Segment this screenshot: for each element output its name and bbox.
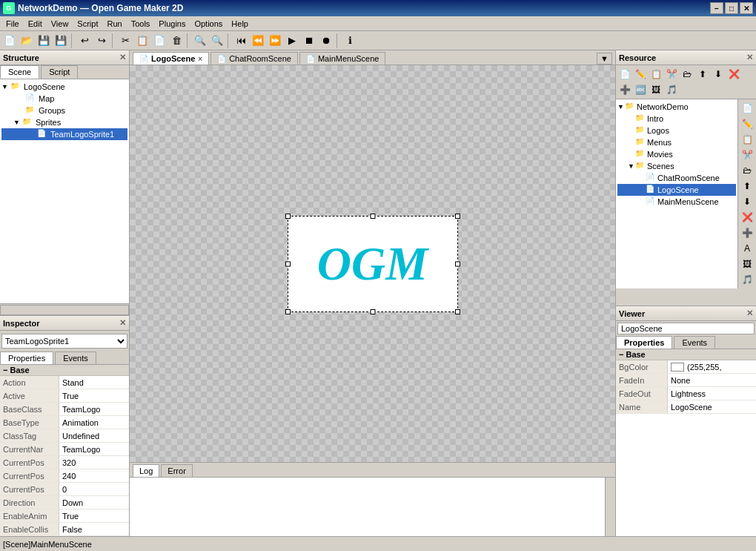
toolbar-save2[interactable]: 💾 bbox=[53, 33, 69, 49]
res-btn-new[interactable]: 📄 bbox=[740, 101, 755, 116]
vprop-value[interactable]: None bbox=[668, 374, 756, 386]
res-btn-down[interactable]: ⬇ bbox=[740, 194, 755, 209]
menu-item-script[interactable]: Script bbox=[73, 17, 102, 30]
res-btn-cut[interactable]: ✂️ bbox=[740, 148, 755, 162]
res-btn-text[interactable]: A bbox=[740, 241, 755, 256]
prop-value[interactable]: 320 bbox=[59, 456, 129, 469]
h-scrollbar[interactable] bbox=[0, 305, 129, 315]
toolbar-step-fwd[interactable]: ⏩ bbox=[267, 33, 283, 49]
res-expand-icon[interactable]: ▼ bbox=[628, 162, 635, 170]
log-scrollbar[interactable] bbox=[605, 478, 615, 536]
res-toolbar-btn-10[interactable]: 🖼 bbox=[649, 82, 663, 97]
res-btn-delete[interactable]: ❌ bbox=[740, 210, 755, 225]
toolbar-info[interactable]: ℹ bbox=[342, 33, 358, 49]
toolbar-paste[interactable]: 📄 bbox=[151, 33, 168, 49]
scene-tab-dropdown[interactable]: ▼ bbox=[597, 53, 612, 65]
toolbar-zoom-in[interactable]: 🔍 bbox=[209, 33, 225, 49]
prop-value[interactable]: True bbox=[59, 509, 129, 522]
prop-value[interactable]: True bbox=[59, 389, 129, 402]
res-btn-image[interactable]: 🖼 bbox=[740, 257, 755, 271]
res-item-mainmenuscene[interactable]: 📄MainMenuScene bbox=[617, 196, 736, 208]
scene-tab-logoscene[interactable]: 📄 LogoScene × bbox=[133, 52, 209, 65]
toolbar-play[interactable]: ▶ bbox=[284, 33, 300, 49]
inspector-close[interactable]: ✕ bbox=[119, 318, 126, 328]
handle-mr[interactable] bbox=[455, 261, 460, 266]
res-toolbar-btn-0[interactable]: 📄 bbox=[617, 67, 632, 82]
res-item-scenes[interactable]: ▼📁Scenes bbox=[617, 160, 736, 172]
close-button[interactable]: ✕ bbox=[740, 2, 753, 14]
handle-tc[interactable] bbox=[370, 214, 375, 219]
tree-item-logoscene[interactable]: ▼📁LogoScene bbox=[1, 81, 127, 93]
sprite-box[interactable]: OGM bbox=[288, 216, 458, 312]
expand-icon[interactable]: ▼ bbox=[13, 119, 22, 126]
tree-item-map[interactable]: 📄Map bbox=[1, 93, 127, 105]
tree-item-teamlogosprite1[interactable]: 📄TeamLogoSprite1 bbox=[1, 128, 127, 140]
tab-script[interactable]: Script bbox=[41, 65, 78, 79]
expand-icon[interactable]: ▼ bbox=[1, 83, 10, 90]
tab-events[interactable]: Events bbox=[55, 352, 96, 364]
toolbar-cut[interactable]: ✂ bbox=[117, 33, 133, 49]
res-toolbar-btn-4[interactable]: 🗁 bbox=[680, 67, 694, 82]
toolbar-zoom-out[interactable]: 🔍 bbox=[192, 33, 208, 49]
prop-value[interactable]: Undefined bbox=[59, 429, 129, 442]
res-toolbar-btn-2[interactable]: 📋 bbox=[649, 67, 663, 82]
vprop-value[interactable]: LogoScene bbox=[668, 400, 756, 413]
scene-tab-chatroomscene[interactable]: 📄 ChatRoomScene bbox=[210, 52, 298, 65]
toolbar-open[interactable]: 📂 bbox=[19, 33, 35, 49]
toolbar-step-back[interactable]: ⏪ bbox=[250, 33, 266, 49]
res-toolbar-btn-5[interactable]: ⬆ bbox=[695, 67, 710, 82]
resource-close[interactable]: ✕ bbox=[746, 53, 753, 62]
res-toolbar-btn-1[interactable]: ✏️ bbox=[633, 67, 648, 82]
color-swatch[interactable] bbox=[671, 363, 684, 372]
toolbar-redo[interactable]: ↪ bbox=[93, 33, 110, 49]
structure-close[interactable]: ✕ bbox=[119, 53, 126, 62]
handle-ml[interactable] bbox=[285, 261, 291, 266]
prop-value[interactable]: TeamLogo bbox=[59, 403, 129, 415]
toolbar-prev[interactable]: ⏮ bbox=[233, 33, 249, 49]
res-expand-icon[interactable]: ▼ bbox=[617, 103, 625, 110]
menu-item-run[interactable]: Run bbox=[102, 17, 126, 30]
viewer-close[interactable]: ✕ bbox=[746, 309, 753, 318]
toolbar-stop[interactable]: ⏹ bbox=[301, 33, 317, 49]
toolbar-record[interactable]: ⏺ bbox=[318, 33, 334, 49]
res-btn-sound[interactable]: 🎵 bbox=[740, 272, 755, 287]
toolbar-new[interactable]: 📄 bbox=[1, 33, 18, 49]
log-tab-log[interactable]: Log bbox=[133, 464, 159, 477]
res-item-menus[interactable]: 📁Menus bbox=[617, 136, 736, 148]
tab-close-icon[interactable]: × bbox=[198, 55, 202, 63]
menu-item-view[interactable]: View bbox=[47, 17, 73, 30]
res-toolbar-btn-3[interactable]: ✂️ bbox=[664, 67, 679, 82]
menu-item-edit[interactable]: Edit bbox=[24, 17, 47, 30]
vprop-value[interactable]: (255,255, bbox=[668, 360, 756, 373]
toolbar-save[interactable]: 💾 bbox=[36, 33, 52, 49]
tab-properties[interactable]: Properties bbox=[0, 352, 53, 364]
handle-tl[interactable] bbox=[285, 214, 291, 219]
tree-item-sprites[interactable]: ▼📁Sprites bbox=[1, 116, 127, 128]
res-toolbar-btn-6[interactable]: ⬇ bbox=[711, 67, 726, 82]
menu-item-plugins[interactable]: Plugins bbox=[154, 17, 190, 30]
log-tab-error[interactable]: Error bbox=[161, 464, 192, 477]
prop-value[interactable]: 0 bbox=[59, 483, 129, 495]
tab-scene[interactable]: Scene bbox=[0, 65, 39, 79]
toolbar-copy[interactable]: 📋 bbox=[134, 33, 150, 49]
toolbar-delete[interactable]: 🗑 bbox=[168, 33, 185, 49]
res-btn-copy[interactable]: 📋 bbox=[740, 132, 755, 147]
structure-scrollbar[interactable] bbox=[0, 303, 129, 315]
menu-item-options[interactable]: Options bbox=[190, 17, 227, 30]
menu-item-tools[interactable]: Tools bbox=[127, 17, 155, 30]
menu-item-help[interactable]: Help bbox=[227, 17, 253, 30]
handle-bc[interactable] bbox=[370, 309, 375, 314]
scene-tab-mainmenuscene[interactable]: 📄 MainMenuScene bbox=[299, 52, 386, 65]
handle-tr[interactable] bbox=[455, 214, 460, 219]
res-btn-folder[interactable]: 🗁 bbox=[740, 163, 755, 178]
viewer-section-base[interactable]: Base bbox=[616, 349, 756, 360]
tree-item-groups[interactable]: 📁Groups bbox=[1, 105, 127, 116]
res-toolbar-btn-9[interactable]: 🔤 bbox=[633, 82, 648, 97]
res-btn-add[interactable]: ➕ bbox=[740, 225, 755, 240]
res-item-networkdemo[interactable]: ▼📁NetworkDemo bbox=[617, 101, 736, 113]
inspector-object-select[interactable]: TeamLogoSprite1 bbox=[1, 334, 127, 349]
res-item-logos[interactable]: 📁Logos bbox=[617, 125, 736, 136]
toolbar-undo[interactable]: ↩ bbox=[76, 33, 93, 49]
prop-value[interactable]: 240 bbox=[59, 469, 129, 482]
prop-value[interactable]: False bbox=[59, 523, 129, 535]
